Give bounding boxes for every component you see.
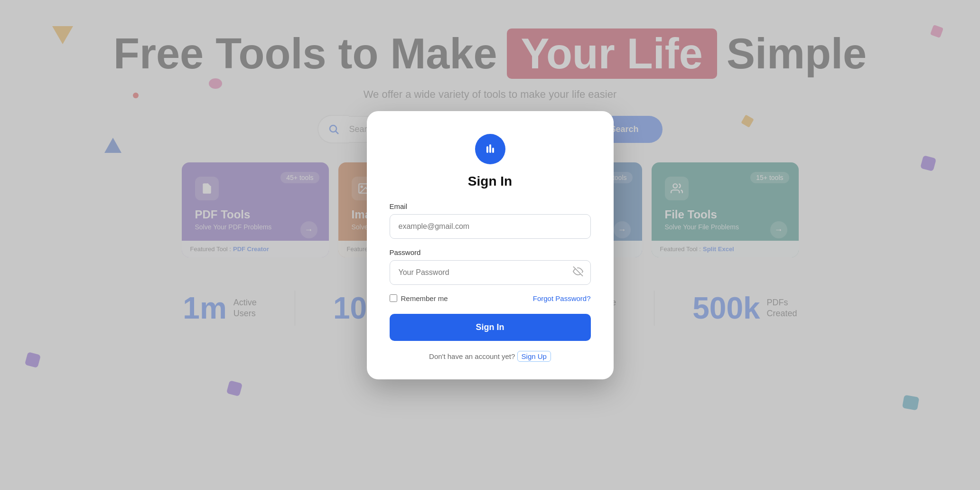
modal-footer: Don't have an account yet? Sign Up	[390, 352, 591, 360]
modal-backdrop: Sign In Email Password Remember me Forgo…	[0, 0, 980, 490]
signin-modal: Sign In Email Password Remember me Forgo…	[367, 111, 614, 379]
signup-link[interactable]: Sign Up	[517, 351, 551, 362]
form-options-row: Remember me Forgot Password?	[390, 294, 591, 302]
signup-prompt-text: Don't have an account yet?	[429, 352, 515, 360]
remember-me-label[interactable]: Remember me	[390, 294, 448, 302]
modal-title: Sign In	[390, 174, 591, 189]
signin-button[interactable]: Sign In	[390, 314, 591, 341]
email-label: Email	[390, 202, 591, 210]
svg-rect-8	[489, 144, 491, 153]
modal-logo	[475, 134, 505, 164]
remember-me-checkbox[interactable]	[390, 294, 397, 302]
password-wrap	[390, 260, 591, 285]
svg-rect-9	[492, 148, 494, 153]
svg-rect-7	[486, 146, 488, 153]
toggle-password-icon[interactable]	[573, 266, 583, 279]
password-label: Password	[390, 248, 591, 256]
remember-me-text: Remember me	[401, 294, 448, 302]
email-input[interactable]	[390, 214, 591, 239]
password-input[interactable]	[390, 260, 591, 285]
logo-icon	[483, 141, 498, 157]
forgot-password-link[interactable]: Forgot Password?	[533, 294, 591, 302]
